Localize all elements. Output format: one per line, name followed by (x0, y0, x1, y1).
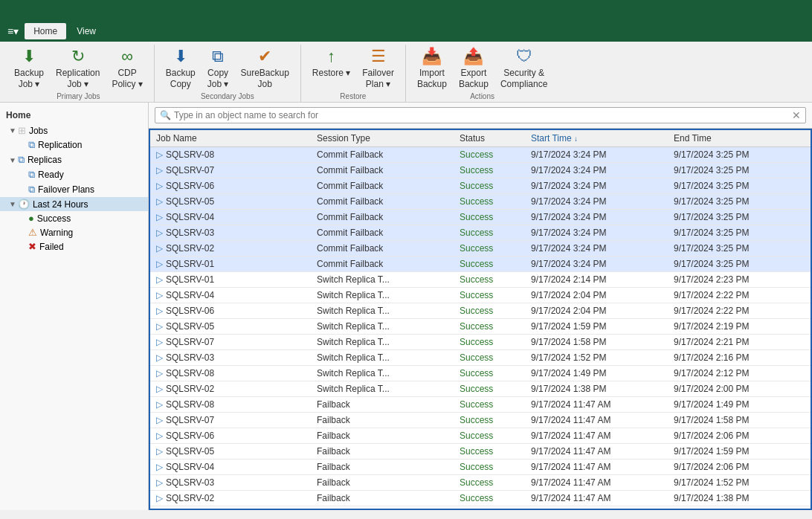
clear-search-button[interactable]: ✕ (792, 109, 801, 121)
tree-toggle-jobs[interactable]: ▼ (9, 126, 16, 135)
backup-job-button[interactable]: ⬇ BackupJob ▾ (9, 45, 49, 91)
cell-job-name: ▷SQLSRV-02 (150, 491, 311, 506)
table-row[interactable]: ▷SQLSRV-02 Failback Success 9/17/2024 11… (150, 491, 811, 506)
import-backup-button[interactable]: 📥 ImportBackup (412, 45, 452, 91)
failover-plan-button[interactable]: ☰ FailoverPlan ▾ (357, 45, 399, 91)
table-row[interactable]: ▷SQLSRV-04 Commit Failback Success 9/17/… (150, 210, 811, 225)
row-icon: ▷ (156, 337, 163, 347)
sidebar-item-success[interactable]: ●Success (0, 211, 148, 225)
row-icon: ▷ (156, 446, 163, 457)
cell-session-type: Failback (311, 413, 454, 428)
cell-job-name: ▷SQLSRV-01 (150, 257, 311, 272)
table-row[interactable]: ▷SQLSRV-08 Commit Failback Success 9/17/… (150, 147, 811, 163)
security-compliance-button[interactable]: 🛡 Security &Compliance (495, 45, 552, 91)
table-body: ▷SQLSRV-08 Commit Failback Success 9/17/… (150, 147, 811, 511)
surebackup-icon: ✔ (258, 47, 271, 66)
row-icon: ▷ (156, 509, 163, 510)
cell-start-time: 9/17/2024 11:47 AM (525, 413, 668, 428)
sidebar-item-replication[interactable]: ⧉Replication (0, 138, 148, 152)
table-row[interactable]: ▷SQLSRV-01 Commit Failback Success 9/17/… (150, 257, 811, 272)
cell-end-time: 9/17/2024 2:12 PM (668, 366, 811, 381)
hamburger-button[interactable]: ≡▾ (3, 22, 23, 40)
col-header-end-time[interactable]: End Time (668, 130, 811, 147)
table-row[interactable]: ▷SQLSRV-03 Failback Success 9/17/2024 11… (150, 475, 811, 491)
surebackup-job-button[interactable]: ✔ SureBackupJob (235, 45, 294, 91)
secondary-jobs-label: Secondary Jobs (161, 91, 294, 100)
sidebar-item-failover-plans[interactable]: ⧉Failover Plans (0, 182, 148, 197)
cell-job-name: ▷SQLSRV-02 (150, 381, 311, 397)
restore-button[interactable]: ↑ Restore ▾ (307, 45, 355, 81)
cell-end-time: 9/17/2024 2:06 PM (668, 460, 811, 475)
cell-status: Success (454, 225, 525, 241)
table-row[interactable]: ▷SQLSRV-05 Commit Failback Success 9/17/… (150, 194, 811, 210)
primary-jobs-label: Primary Jobs (9, 91, 148, 100)
cell-start-time: 9/17/2024 3:24 PM (525, 194, 668, 210)
row-icon: ▷ (156, 431, 163, 441)
cell-session-type: Commit Failback (311, 194, 454, 210)
cell-job-name: ▷SQLSRV-06 (150, 428, 311, 444)
cell-start-time: 9/17/2024 1:52 PM (525, 350, 668, 366)
cell-end-time: 9/17/2024 3:25 PM (668, 225, 811, 241)
table-row[interactable]: ▷SQLSRV-06 Switch Replica T... Success 9… (150, 303, 811, 319)
copy-job-button[interactable]: ⧉ CopyJob ▾ (202, 45, 234, 91)
table-row[interactable]: ▷SQLSRV-06 Commit Failback Success 9/17/… (150, 178, 811, 194)
cell-session-type: Switch Replica T... (311, 335, 454, 350)
tree-icon-failover-plans: ⧉ (28, 184, 35, 196)
tree-label-failover-plans: Failover Plans (38, 184, 94, 195)
table-row[interactable]: ▷SQLSRV-08 Failback Success 9/17/2024 11… (150, 397, 811, 413)
sidebar-item-failed[interactable]: ✖Failed (0, 239, 148, 254)
sidebar-item-last24[interactable]: ▼🕐Last 24 Hours (0, 197, 148, 211)
tree-icon-failed: ✖ (28, 241, 36, 252)
sidebar-item-ready[interactable]: ⧉Ready (0, 167, 148, 182)
cell-status: Success (454, 163, 525, 178)
cell-job-name: ▷SQLSRV-07 (150, 413, 311, 428)
backup-copy-button[interactable]: ⬇ BackupCopy (161, 45, 201, 91)
cell-job-name: ▷SQLSRV-03 (150, 225, 311, 241)
table-row[interactable]: ▷SQLSRV-03 Commit Failback Success 9/17/… (150, 225, 811, 241)
table-row[interactable]: ▷SQLSRV-02 Switch Replica T... Success 9… (150, 381, 811, 397)
row-icon: ▷ (156, 368, 163, 378)
menu-tab-home[interactable]: Home (25, 23, 66, 39)
sidebar-item-jobs[interactable]: ▼⊞Jobs (0, 123, 148, 138)
table-row[interactable]: ▷SQLSRV-01 Failback Success 9/17/2024 11… (150, 506, 811, 511)
copy-job-icon: ⧉ (212, 47, 224, 66)
col-header-session-type[interactable]: Session Type (311, 130, 454, 147)
search-input[interactable] (174, 110, 792, 120)
table-row[interactable]: ▷SQLSRV-02 Commit Failback Success 9/17/… (150, 241, 811, 257)
cdp-policy-button[interactable]: ∞ CDPPolicy ▾ (106, 45, 147, 91)
row-icon: ▷ (156, 243, 163, 254)
cell-end-time: 9/17/2024 3:25 PM (668, 178, 811, 194)
table-row[interactable]: ▷SQLSRV-08 Switch Replica T... Success 9… (150, 366, 811, 381)
cell-status: Success (454, 491, 525, 506)
tree-toggle-replicas[interactable]: ▼ (9, 156, 16, 164)
col-header-start-time[interactable]: Start Time ↓ (525, 130, 668, 147)
table-row[interactable]: ▷SQLSRV-07 Commit Failback Success 9/17/… (150, 163, 811, 178)
cell-end-time: 9/17/2024 2:00 PM (668, 381, 811, 397)
table-row[interactable]: ▷SQLSRV-04 Switch Replica T... Success 9… (150, 288, 811, 303)
cdp-policy-icon: ∞ (121, 47, 133, 66)
sidebar-item-warning[interactable]: ⚠Warning (0, 225, 148, 239)
menu-tab-view[interactable]: View (68, 23, 105, 39)
row-icon: ▷ (156, 274, 163, 285)
sidebar-title: Home (0, 106, 148, 123)
table-row[interactable]: ▷SQLSRV-07 Switch Replica T... Success 9… (150, 335, 811, 350)
col-header-job-name[interactable]: Job Name (150, 130, 311, 147)
table-row[interactable]: ▷SQLSRV-03 Switch Replica T... Success 9… (150, 350, 811, 366)
table-row[interactable]: ▷SQLSRV-05 Failback Success 9/17/2024 11… (150, 444, 811, 460)
export-backup-button[interactable]: 📤 ExportBackup (454, 45, 494, 91)
tree-label-replication: Replication (38, 140, 82, 150)
table-row[interactable]: ▷SQLSRV-04 Failback Success 9/17/2024 11… (150, 460, 811, 475)
cell-status: Success (454, 381, 525, 397)
cell-job-name: ▷SQLSRV-07 (150, 335, 311, 350)
cell-job-name: ▷SQLSRV-06 (150, 303, 311, 319)
table-row[interactable]: ▷SQLSRV-06 Failback Success 9/17/2024 11… (150, 428, 811, 444)
replication-job-button[interactable]: ↻ ReplicationJob ▾ (51, 45, 105, 91)
col-header-status[interactable]: Status (454, 130, 525, 147)
table-row[interactable]: ▷SQLSRV-07 Failback Success 9/17/2024 11… (150, 413, 811, 428)
cell-session-type: Failback (311, 397, 454, 413)
table-row[interactable]: ▷SQLSRV-01 Switch Replica T... Success 9… (150, 272, 811, 288)
table-row[interactable]: ▷SQLSRV-05 Switch Replica T... Success 9… (150, 319, 811, 335)
tree-label-last24: Last 24 Hours (33, 199, 88, 210)
tree-toggle-last24[interactable]: ▼ (9, 200, 16, 208)
sidebar-item-replicas[interactable]: ▼⧉Replicas (0, 152, 148, 167)
